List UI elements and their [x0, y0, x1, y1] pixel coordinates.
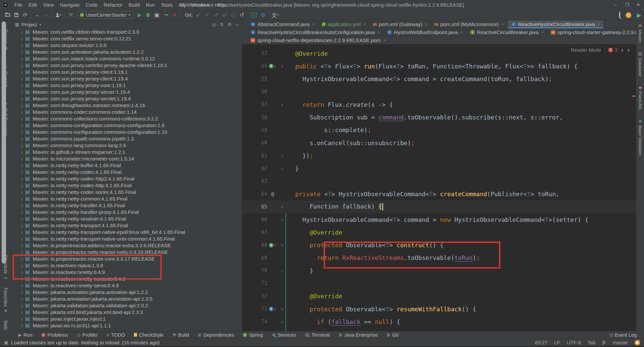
tool-stripe-plantuml[interactable]: ◆PlantUML	[638, 85, 643, 110]
debug-icon[interactable]	[144, 11, 153, 19]
tool-window-button-todo[interactable]: ≡TODO	[107, 332, 125, 338]
tree-item[interactable]: ›Maven: com.netflix.ribbon:ribbon-transp…	[12, 28, 242, 35]
tree-item[interactable]: ›Maven: io.netty:netty-codec-http2:4.1.6…	[12, 175, 242, 182]
tree-item[interactable]: ›Maven: com.sun.activation:jakarta.activ…	[12, 48, 242, 55]
tree-item[interactable]: ›Maven: com.sun.jersey:jersey-servlet:1.…	[12, 95, 242, 102]
chevron-right-icon[interactable]: ›	[19, 176, 25, 182]
tree-item[interactable]: ›Maven: io.netty:netty-transport:4.1.65.…	[12, 222, 242, 229]
caret-position[interactable]: 65:27	[535, 340, 547, 345]
menu-file[interactable]: File	[11, 0, 25, 10]
line-ending[interactable]: LF	[554, 340, 560, 345]
close-tab-icon[interactable]: ×	[598, 22, 600, 27]
tool-window-button-git[interactable]: Git	[387, 332, 398, 338]
ide-feature-icon[interactable]: ▶	[637, 12, 641, 18]
save-icon[interactable]	[12, 11, 21, 19]
line-number[interactable]: 69	[242, 255, 267, 261]
sync-icon[interactable]: ⟳	[21, 11, 29, 19]
tree-item[interactable]: ›Maven: com.thoughtworks.xstream:xstream…	[12, 102, 242, 108]
line-number[interactable]: 65	[242, 204, 267, 210]
close-tab-icon[interactable]: ×	[541, 30, 544, 35]
chevron-right-icon[interactable]: ›	[19, 96, 25, 101]
editor-tab[interactable]: application.yml×	[319, 20, 370, 28]
chevron-right-icon[interactable]: ›	[19, 89, 25, 95]
menu-build[interactable]: Build	[126, 0, 143, 10]
open-icon[interactable]	[3, 11, 12, 19]
chevron-right-icon[interactable]: ›	[19, 203, 25, 208]
fold-marker[interactable]: ∨	[278, 217, 287, 222]
tree-item[interactable]: ›Maven: jakarta.annotation:jakarta.annot…	[12, 295, 242, 302]
line-number[interactable]: 55	[242, 76, 267, 82]
tool-window-button-problems[interactable]: !Problems	[41, 332, 68, 338]
file-encoding[interactable]: UTF-8	[567, 340, 581, 345]
tree-item[interactable]: ›Maven: com.stoyanr:evictor:1.0.0	[12, 42, 242, 48]
indent-style[interactable]: Tab	[588, 340, 596, 345]
tree-item[interactable]: ›Maven: com.sun.jersey:jersey-server:1.1…	[12, 88, 242, 95]
code-line-54[interactable]: 54O↑∨ public <T> Flux<T> run(Flux<T> toR…	[242, 60, 636, 72]
tree-item[interactable]: ›Maven: io.github.x-stream:mxparser:1.2.…	[12, 148, 242, 155]
chevron-right-icon[interactable]: ›	[19, 296, 25, 302]
editor-tab[interactable]: <>spring-cloud-netflix-dependencies-2.2.…	[247, 36, 389, 44]
code-line-63[interactable]: 63	[242, 175, 636, 188]
fold-marker[interactable]: ⌂	[278, 268, 287, 273]
code-line-57[interactable]: 57∨ return Flux.create(s -> {	[242, 98, 636, 111]
chevron-right-icon[interactable]: ›	[19, 169, 25, 175]
next-error-icon[interactable]: ∨	[627, 48, 630, 52]
code-line-62[interactable]: 62⌂ }	[242, 162, 636, 175]
project-scroll-indicator[interactable]	[2, 21, 6, 264]
chevron-right-icon[interactable]: ›	[19, 129, 25, 135]
close-tab-icon[interactable]: ×	[460, 30, 463, 35]
override-method-icon[interactable]: O	[269, 243, 274, 248]
code-line-70[interactable]: 70⌂ }	[242, 264, 636, 277]
tree-item[interactable]: ›Maven: jakarta.xml.bind:jakarta.xml.bin…	[12, 309, 242, 315]
chevron-right-icon[interactable]: ›	[19, 263, 25, 268]
window-layout-icon[interactable]: ▣	[4, 340, 8, 345]
build-hammer-icon[interactable]: ⚒	[66, 11, 75, 19]
line-number[interactable]: 57	[242, 101, 267, 107]
hide-panel-icon[interactable]: ─	[235, 22, 238, 27]
line-number[interactable]: 56	[242, 89, 267, 95]
line-number[interactable]: 68	[242, 242, 267, 248]
editor-tab[interactable]: IReactiveCircuitBreaker.java×	[467, 28, 547, 36]
event-log-button[interactable]: ◷Event Log	[609, 332, 637, 338]
locate-file-icon[interactable]: ◎	[212, 22, 216, 27]
line-number[interactable]: 59	[242, 127, 267, 133]
tree-item[interactable]: ›Maven: javax.ws.rs:jsr311-api:1.1.1	[12, 322, 242, 329]
tool-window-button-services[interactable]: ⚙Services	[272, 332, 296, 338]
chevron-right-icon[interactable]: ›	[19, 323, 25, 328]
menu-edit[interactable]: Edit	[25, 0, 40, 10]
chevron-right-icon[interactable]: ›	[19, 76, 25, 81]
menu-code[interactable]: Code	[83, 0, 101, 10]
reader-mode-label[interactable]: Reader Mode	[571, 47, 601, 53]
coverage-icon[interactable]: ▣	[153, 11, 161, 19]
line-number[interactable]: 53	[242, 50, 267, 56]
minimize-button[interactable]: –	[610, 0, 621, 10]
override-method-icon[interactable]: O	[269, 64, 274, 68]
tool-window-button-run[interactable]: ▶Run	[18, 332, 32, 338]
tool-stripe-database[interactable]: ▤Database	[638, 51, 643, 76]
line-number[interactable]: 64	[242, 191, 267, 197]
chevron-right-icon[interactable]: ›	[19, 136, 25, 141]
line-number[interactable]: 54	[242, 63, 267, 69]
update-available-icon[interactable]: ↑	[626, 12, 631, 18]
close-tab-icon[interactable]: ×	[312, 22, 315, 27]
menu-run[interactable]: Run	[143, 0, 158, 10]
tree-item[interactable]: ›Maven: com.netflix.servo:servo-core:0.1…	[12, 35, 242, 42]
tree-item[interactable]: ›Maven: io.netty:netty-codec:4.1.65.Fina…	[12, 168, 242, 175]
tree-item[interactable]: ›Maven: com.sun.jersey:jersey-core:1.19.…	[12, 82, 242, 88]
tree-item[interactable]: ›Maven: io.reactivex:rxnetty-servo:0.4.9	[12, 282, 242, 289]
tree-item[interactable]: ›Maven: io.reactivex:rxnetty-contexts:0.…	[12, 275, 242, 282]
line-number[interactable]: 73	[242, 306, 267, 312]
chevron-right-icon[interactable]: ›	[19, 316, 25, 322]
editor-tab[interactable]: CReactiveHystrixCircuitBreaker.java×	[508, 20, 604, 28]
tool-stripe-maven[interactable]: mMaven	[638, 23, 643, 43]
code-line-61[interactable]: 61⌂ });	[242, 149, 636, 162]
tree-item[interactable]: ›Maven: jakarta.validation:jakarta.valid…	[12, 302, 242, 309]
code-line-66[interactable]: 66∨ HystrixObservableCommand<T> command …	[242, 213, 636, 226]
tree-item[interactable]: ›Maven: com.sun.istack:istack-commons-ru…	[12, 55, 242, 62]
tree-item[interactable]: ›Maven: jakarta.activation:jakarta.activ…	[12, 289, 242, 295]
line-number[interactable]: 60	[242, 140, 267, 146]
override-method-icon[interactable]: O	[269, 307, 274, 311]
line-number[interactable]: 58	[242, 114, 267, 120]
code-line-60[interactable]: 60 s.onCancel(sub::unsubscribe);	[242, 136, 636, 149]
tree-item[interactable]: ›Maven: commons-configuration:commons-co…	[12, 122, 242, 128]
